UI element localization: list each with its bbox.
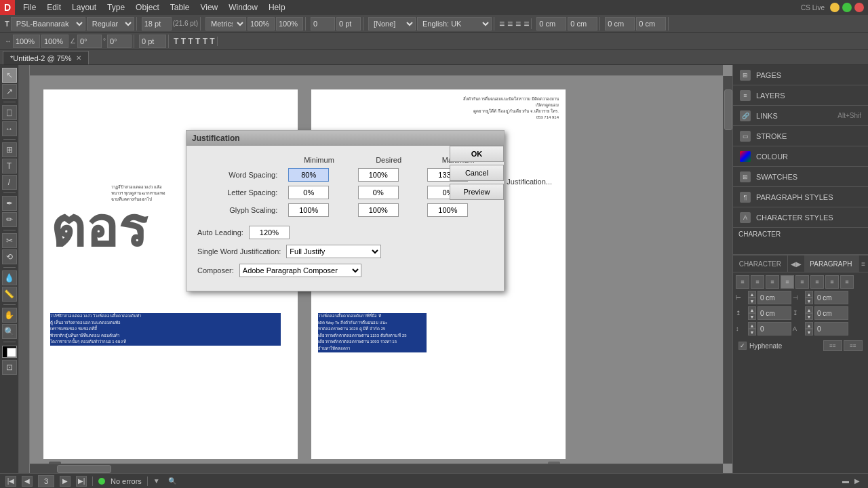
letter-spacing-desired[interactable] [358, 186, 399, 199]
color-select[interactable]: [None] [368, 17, 416, 30]
skew-input[interactable] [77, 35, 102, 48]
indent-after-spin[interactable]: ▲▼ [805, 291, 813, 304]
horizontal-scrollbar[interactable] [30, 464, 723, 473]
preview-button[interactable]: Preview [450, 184, 504, 200]
align-right-btn[interactable]: ≡ [766, 275, 779, 289]
indent-before-input[interactable] [757, 291, 791, 304]
free-transform-tool[interactable]: ⟲ [2, 249, 17, 264]
glyph-scaling-max[interactable] [427, 203, 468, 217]
tab-paragraph[interactable]: PARAGRAPH [804, 256, 859, 272]
tab-options-icon[interactable]: ◀▶ [791, 260, 802, 268]
scale-y-input[interactable] [41, 35, 68, 48]
menu-view[interactable]: View [195, 1, 223, 14]
space-before-input[interactable] [757, 306, 791, 320]
hyphenate-style-2[interactable]: ≡≡ [844, 340, 863, 351]
drop-lines-input[interactable] [757, 322, 791, 336]
direct-select-tool[interactable]: ↗ [2, 84, 17, 99]
indent-bottom-input[interactable] [636, 17, 666, 30]
scissors-tool[interactable]: ✂ [2, 233, 17, 248]
maximize-button[interactable] [842, 3, 852, 12]
drop-lines-spin[interactable]: ▲▼ [748, 322, 756, 336]
page-number-input[interactable] [38, 475, 54, 487]
ok-button[interactable]: OK [450, 146, 504, 162]
indent-top-input[interactable] [605, 17, 635, 30]
pages-panel-header[interactable]: ⊞ PAGES [733, 65, 868, 85]
preflight-icon[interactable]: ▼ [153, 477, 160, 485]
align-justify-last-right-btn[interactable]: ≡ [825, 275, 839, 289]
align-all-btn[interactable]: ≡ [840, 275, 854, 289]
tracking-input[interactable] [276, 17, 303, 30]
links-panel-header[interactable]: 🔗 LINKS Alt+Shif [733, 106, 868, 126]
menu-table[interactable]: Table [165, 1, 195, 14]
menu-type[interactable]: Type [102, 1, 130, 14]
justification-hint[interactable]: Justification... [507, 178, 552, 186]
language-select[interactable]: English: UK [417, 17, 492, 30]
menu-edit[interactable]: Edit [41, 1, 66, 14]
align-left-btn[interactable]: ≡ [736, 275, 749, 289]
rectangle-frame-tool[interactable]: ⊞ [2, 142, 17, 157]
paragraph-styles-panel-header[interactable]: ¶ PARAGRAPH STYLES [733, 187, 868, 207]
character-styles-panel-header[interactable]: A CHARACTER STYLES [733, 207, 868, 228]
tab-close-button[interactable]: ✕ [76, 54, 81, 62]
align-center-btn[interactable]: ≡ [751, 275, 764, 289]
space-after-spin[interactable]: ▲▼ [805, 306, 813, 320]
rotation-input[interactable] [107, 35, 132, 48]
kerning-input[interactable] [248, 17, 275, 30]
glyph-scaling-min[interactable] [288, 203, 329, 217]
hyphenate-checkbox[interactable]: ✓ [738, 342, 747, 350]
swatches-panel-header[interactable]: ⊞ SWATCHES [733, 167, 868, 187]
minimize-button[interactable] [830, 3, 840, 12]
close-button[interactable] [854, 3, 864, 12]
h-scroll-thumb[interactable] [57, 465, 111, 473]
space-right-input[interactable] [568, 17, 597, 30]
menu-object[interactable]: Object [130, 1, 165, 14]
tab-character[interactable]: CHARACTER [733, 256, 788, 272]
space-top-input[interactable] [536, 17, 566, 30]
menu-layout[interactable]: Layout [66, 1, 102, 14]
layers-panel-header[interactable]: ≡ LAYERS [733, 85, 868, 106]
fill-stroke-indicator[interactable] [2, 346, 17, 358]
font-family-select[interactable]: PSL-Baannarak [11, 17, 85, 30]
font-size-input[interactable] [142, 17, 172, 30]
single-word-select[interactable]: Full Justify Align Left Align Center Ali… [286, 245, 381, 258]
pencil-tool[interactable]: ✏ [2, 212, 17, 227]
scroll-btn-right[interactable]: ▶ [854, 477, 860, 485]
zoom-tool[interactable]: 🔍 [2, 324, 17, 339]
v-scroll-thumb[interactable] [724, 89, 732, 130]
document-tab[interactable]: *Untitled-2 @ 75% ✕ [3, 51, 89, 64]
auto-leading-input[interactable] [249, 226, 290, 239]
last-page-button[interactable]: ▶| [76, 476, 87, 487]
menu-file[interactable]: File [18, 1, 41, 14]
tab-menu-icon[interactable]: ≡ [859, 256, 868, 272]
select-tool[interactable]: ↖ [2, 68, 17, 83]
menu-window[interactable]: Window [223, 1, 263, 14]
scale-x-input[interactable] [13, 35, 40, 48]
pen-tool[interactable]: ✒ [2, 196, 17, 211]
word-spacing-desired[interactable] [358, 168, 399, 182]
next-page-button[interactable]: ▶ [60, 476, 71, 487]
eyedropper-tool[interactable]: 💧 [2, 270, 17, 285]
prev-page-button[interactable]: ◀ [22, 476, 33, 487]
word-spacing-min[interactable] [288, 168, 329, 182]
space-before-spin[interactable]: ▲▼ [748, 306, 756, 320]
stroke-panel-header[interactable]: ▭ STROKE [733, 126, 868, 146]
vertical-scrollbar[interactable] [723, 76, 732, 464]
panel-menu-icon[interactable]: ≡ [861, 260, 865, 268]
zoom-icon[interactable]: 🔍 [168, 477, 176, 485]
colour-panel-header[interactable]: COLOUR [733, 146, 868, 167]
preview-toggle[interactable]: ⊡ [2, 360, 17, 375]
space-after-input[interactable] [814, 306, 848, 320]
align-justify-last-left-btn[interactable]: ≡ [795, 275, 809, 289]
hyphenate-style-1[interactable]: ≡≡ [823, 340, 842, 351]
measure-tool[interactable]: 📏 [2, 287, 17, 302]
menu-help[interactable]: Help [263, 1, 291, 14]
indent-after-input[interactable] [814, 291, 848, 304]
kerning-select[interactable]: Metrics [205, 17, 246, 30]
letter-spacing-min[interactable] [288, 186, 329, 199]
baseline-shift-input[interactable] [311, 17, 335, 30]
indent-before-spin[interactable]: ▲▼ [748, 291, 756, 304]
baseline-input2[interactable] [139, 35, 166, 48]
drop-chars-spin[interactable]: ▲▼ [805, 322, 813, 336]
cancel-button[interactable]: Cancel [450, 165, 504, 181]
drop-chars-input[interactable] [814, 322, 848, 336]
